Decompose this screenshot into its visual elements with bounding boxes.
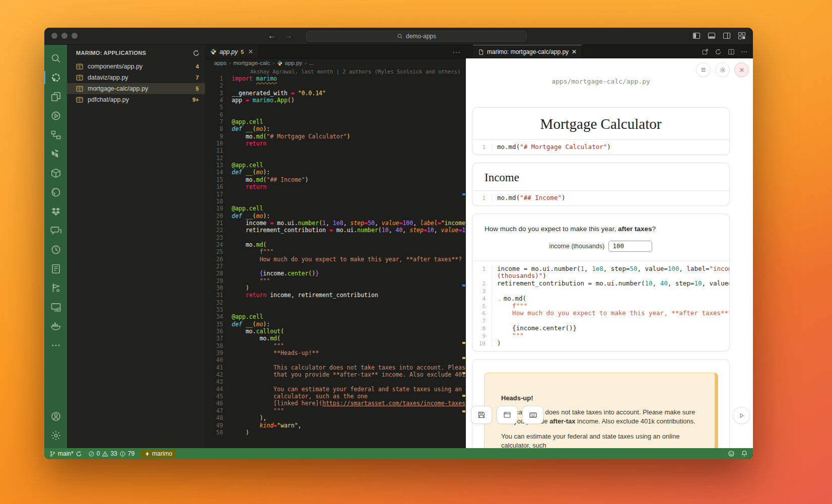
remote-monitor-activity-icon[interactable] [44, 298, 67, 317]
toggle-primary-sidebar-icon[interactable] [692, 32, 701, 40]
marimo-status-item[interactable]: marimo [141, 450, 176, 458]
item-count-badge: 9+ [192, 97, 199, 103]
marimo-webview: apps/mortgage-calc/app.py Mortgage Calcu… [466, 58, 753, 448]
python-icon [277, 60, 283, 66]
github-activity-icon[interactable] [44, 183, 67, 202]
sidebar-item[interactable]: pdfchat/app.py9+ [67, 94, 205, 105]
tab-close-icon[interactable]: ✕ [248, 48, 253, 55]
sidebar-item[interactable]: components/app.py4 [67, 61, 205, 72]
more-activity-icon[interactable] [44, 336, 67, 355]
customize-layout-icon[interactable] [738, 32, 746, 40]
sidebar: MARIMO: APPLICATIONS components/app.py4d… [67, 45, 205, 448]
titlebar: ← → demo-apps [44, 28, 753, 45]
notebook-file-icon [76, 63, 85, 70]
clock-play-activity-icon[interactable] [44, 240, 67, 259]
item-count-badge: 4 [196, 63, 199, 69]
editor-group: app.py 5 ✕ ··· apps› mortgage-calc› app.… [205, 45, 466, 448]
breadcrumb[interactable]: apps› mortgage-calc› app.py› ... [205, 58, 466, 67]
sidebar-title: MARIMO: APPLICATIONS [76, 50, 192, 56]
file-icon [478, 49, 484, 55]
income-input-label: income (thousands) [549, 243, 605, 250]
tab-marimo-preview[interactable]: marimo: mortgage-calc/app.py ✕ [473, 45, 582, 58]
notebook-file-icon [76, 97, 85, 103]
comments-activity-icon[interactable] [44, 221, 67, 240]
account-icon[interactable] [44, 407, 67, 426]
terraform-activity-icon[interactable] [44, 145, 67, 164]
settings-gear-icon[interactable] [44, 426, 67, 445]
docker-activity-icon[interactable] [44, 317, 67, 336]
item-count-badge: 7 [196, 75, 199, 81]
open-external-icon[interactable] [702, 48, 709, 55]
cell-callout: Heads-up! This calculator does not take … [472, 359, 730, 448]
search-activity-icon[interactable] [44, 49, 67, 68]
close-window-button[interactable] [51, 33, 57, 39]
cell-code[interactable]: 1income = mo.ui.number(1, 1e8, step=50, … [472, 261, 729, 351]
editor-tab-bar: app.py 5 ✕ ··· [205, 45, 466, 59]
refresh-icon[interactable] [715, 48, 722, 55]
refresh-icon[interactable] [192, 49, 200, 57]
cell-code[interactable]: 1mo.md("# Mortgage Calculator") [472, 140, 729, 155]
marimo-activity-icon[interactable] [44, 68, 67, 87]
vscode-window: ← → demo-apps [44, 28, 753, 459]
minimize-window-button[interactable] [61, 33, 67, 39]
save-icon [477, 411, 486, 419]
copy-files-activity-icon[interactable] [44, 87, 67, 106]
forward-button[interactable]: → [285, 31, 292, 40]
workbench: MARIMO: APPLICATIONS components/app.py4d… [44, 45, 753, 448]
branch-icon [49, 451, 56, 457]
info-icon [119, 451, 126, 457]
status-bar: main* 0 33 79 marimo [44, 448, 753, 459]
git-branch-item[interactable]: main* [49, 450, 82, 457]
split-editor-icon[interactable] [728, 48, 735, 55]
cell-code[interactable]: 1mo.md("## Income") [472, 191, 729, 205]
python-icon [210, 48, 217, 55]
income-input[interactable] [608, 241, 652, 252]
run-cell-button[interactable] [733, 407, 750, 424]
menu-icon [700, 66, 707, 73]
zap-icon [145, 451, 150, 457]
income-heading: Income [472, 163, 729, 190]
code-editor[interactable]: Akshay Agrawal, last month | 2 authors (… [205, 68, 466, 448]
flag-debug-activity-icon[interactable] [44, 278, 67, 298]
more-actions-icon[interactable]: ⋯ [741, 48, 748, 55]
zoom-window-button[interactable] [72, 33, 78, 39]
toggle-secondary-sidebar-icon[interactable] [723, 32, 731, 40]
dropbox-activity-icon[interactable] [44, 202, 67, 221]
cell-income-input: How much do you expect to make this year… [472, 213, 730, 352]
warning-icon [102, 451, 108, 457]
webview-menu-button[interactable] [696, 62, 711, 77]
keyboard-icon [529, 411, 537, 419]
save-button[interactable] [471, 406, 492, 424]
income-question: How much do you expect to make this year… [472, 214, 729, 233]
tab-app-py[interactable]: app.py 5 ✕ [205, 45, 259, 58]
search-box-text: demo-apps [406, 33, 436, 40]
window-icon [503, 411, 511, 419]
package-activity-icon[interactable] [44, 164, 67, 183]
problems-item[interactable]: 0 33 79 [88, 450, 134, 457]
cell-mortgage-title: Mortgage Calculator 1mo.md("# Mortgage C… [472, 107, 730, 155]
play-icon [738, 412, 745, 419]
sidebar-file-list: components/app.py4dataviz/app.py7mortgag… [67, 61, 205, 105]
webview-shutdown-button[interactable] [734, 62, 749, 77]
webview-settings-button[interactable] [715, 62, 730, 77]
close-icon [739, 67, 745, 73]
search-icon [397, 33, 403, 39]
toggle-panel-icon[interactable] [708, 32, 716, 40]
run-circle-activity-icon[interactable] [44, 106, 67, 125]
sidebar-item[interactable]: dataviz/app.py7 [67, 72, 205, 83]
command-center-search[interactable]: demo-apps [306, 31, 527, 42]
sidebar-item[interactable]: mortgage-calc/app.py5 [67, 83, 205, 94]
editor-more-actions[interactable]: ··· [447, 48, 466, 56]
notebook-file-icon [76, 75, 85, 81]
bell-icon[interactable] [741, 450, 748, 457]
preview-tab-close-icon[interactable]: ✕ [572, 48, 577, 55]
desktop-background: ← → demo-apps [0, 0, 832, 504]
panel-button[interactable] [497, 406, 518, 424]
feedback-smiley-icon[interactable] [728, 450, 735, 457]
keyboard-shortcuts-button[interactable] [522, 406, 543, 424]
activity-bar [44, 45, 67, 448]
back-button[interactable]: ← [268, 31, 275, 40]
hierarchy-activity-icon[interactable] [44, 125, 67, 145]
callout-paragraph: You can estimate your federal and state … [501, 432, 702, 448]
notebook-activity-icon[interactable] [44, 259, 67, 278]
